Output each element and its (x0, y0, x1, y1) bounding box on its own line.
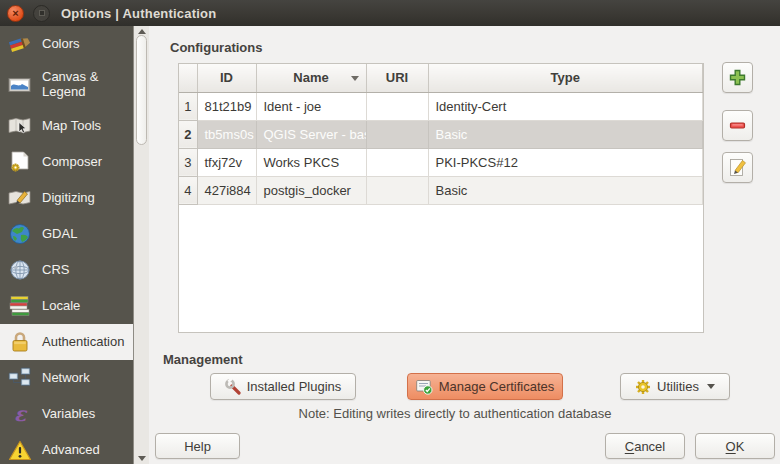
button-label: O (726, 439, 736, 454)
sidebar-item-advanced[interactable]: Advanced (0, 432, 133, 464)
sidebar-item-label: Authentication (42, 335, 124, 350)
scroll-down-icon[interactable] (138, 456, 146, 461)
note-text: Note: Editing writes directly to authent… (150, 406, 760, 421)
cell-name[interactable]: postgis_docker (256, 176, 366, 204)
window-title: Options | Authentication (61, 6, 216, 21)
row-number[interactable]: 4 (179, 176, 197, 204)
button-label: ancel (634, 439, 665, 454)
cell-name[interactable]: Ident - joe (256, 92, 366, 120)
table-row[interactable]: 4 427i884 postgis_docker Basic (179, 176, 703, 204)
sort-descending-icon (351, 76, 359, 81)
sidebar-item-digitizing[interactable]: Digitizing (0, 180, 133, 216)
button-label: Help (184, 439, 211, 454)
col-header-type[interactable]: Type (428, 64, 703, 92)
composer-icon (5, 151, 35, 173)
sidebar-item-label: Composer (42, 155, 102, 170)
cell-name[interactable]: Works PKCS (256, 148, 366, 176)
window-restore-icon (39, 10, 45, 16)
row-number[interactable]: 1 (179, 92, 197, 120)
button-label: Utilities (657, 379, 699, 394)
close-button[interactable]: × (7, 5, 24, 22)
manage-certificates-button[interactable]: Manage Certificates (407, 373, 563, 400)
button-label: Installed Plugins (247, 379, 342, 394)
ok-button[interactable]: OK (695, 433, 775, 459)
col-header-label: Name (293, 70, 328, 85)
sidebar-item-composer[interactable]: Composer (0, 144, 133, 180)
sidebar-item-label: CRS (42, 263, 69, 278)
sidebar-item-variables[interactable]: ε Variables (0, 396, 133, 432)
options-dialog: × Options | Authentication Colors (0, 0, 780, 464)
pencil-page-icon (728, 158, 748, 178)
sidebar-item-network[interactable]: Network (0, 360, 133, 396)
utilities-button[interactable]: Utilities (620, 373, 730, 400)
globe-crs-icon (5, 259, 35, 281)
globe-gdal-icon (5, 223, 35, 245)
sidebar-item-map-tools[interactable]: Map Tools (0, 108, 133, 144)
sidebar-item-locale[interactable]: Locale (0, 288, 133, 324)
network-icon (5, 367, 35, 389)
sidebar-item-label: GDAL (42, 227, 77, 242)
sidebar-item-colors[interactable]: Colors (0, 26, 133, 62)
cell-type[interactable]: Identity-Cert (428, 92, 703, 120)
cell-type[interactable]: PKI-PKCS#12 (428, 148, 703, 176)
cell-id[interactable]: 81t21b9 (197, 92, 256, 120)
titlebar: × Options | Authentication (0, 0, 780, 26)
cell-type[interactable]: Basic (428, 176, 703, 204)
cell-id[interactable]: tb5ms0s (197, 120, 256, 148)
sidebar-item-label: Locale (42, 299, 80, 314)
wrench-icon (225, 379, 241, 395)
cancel-button[interactable]: Cancel (605, 433, 685, 459)
cell-id[interactable]: 427i884 (197, 176, 256, 204)
map-tools-icon (5, 116, 35, 136)
scroll-up-icon[interactable] (138, 29, 146, 34)
col-header-uri[interactable]: URI (366, 64, 428, 92)
sidebar: Colors Canvas & Legend Map Tools (0, 26, 133, 464)
minus-icon (729, 117, 746, 134)
button-label: C (625, 439, 634, 454)
help-button[interactable]: Help (155, 433, 240, 459)
certificate-check-icon (416, 379, 433, 395)
table-row[interactable]: 1 81t21b9 Ident - joe Identity-Cert (179, 92, 703, 120)
sidebar-item-crs[interactable]: CRS (0, 252, 133, 288)
sidebar-item-canvas-legend[interactable]: Canvas & Legend (0, 62, 133, 108)
cell-id[interactable]: tfxj72v (197, 148, 256, 176)
epsilon-icon: ε (5, 404, 35, 424)
sidebar-item-label: Network (42, 371, 90, 386)
sidebar-item-label: Map Tools (42, 119, 101, 134)
scrollbar-thumb[interactable] (136, 35, 147, 145)
button-label: Manage Certificates (439, 379, 555, 394)
cell-uri[interactable] (366, 92, 428, 120)
digitizing-icon (5, 188, 35, 208)
plus-icon (729, 69, 746, 86)
sidebar-item-authentication[interactable]: Authentication (0, 324, 133, 360)
chevron-down-icon (707, 384, 715, 389)
sidebar-item-label: Advanced (42, 443, 100, 458)
installed-plugins-button[interactable]: Installed Plugins (210, 373, 356, 400)
button-label: K (736, 439, 745, 454)
col-header-name[interactable]: Name (256, 64, 366, 92)
configurations-table: ID Name URI Type 1 81t21b9 Ident - joe I… (178, 63, 704, 333)
table-header-row: ID Name URI Type (179, 64, 703, 92)
cell-uri[interactable] (366, 148, 428, 176)
sidebar-item-gdal[interactable]: GDAL (0, 216, 133, 252)
cell-uri[interactable] (366, 176, 428, 204)
col-header-id[interactable]: ID (197, 64, 256, 92)
cell-name[interactable]: QGIS Server - basic (256, 120, 366, 148)
row-number[interactable]: 2 (179, 120, 197, 148)
management-heading: Management (163, 352, 242, 367)
warning-icon (5, 440, 35, 461)
add-config-button[interactable] (722, 62, 753, 93)
sidebar-scrollbar[interactable] (133, 26, 149, 464)
corner-header[interactable] (179, 64, 197, 92)
table-row-selected[interactable]: 2 tb5ms0s QGIS Server - basic Basic (179, 120, 703, 148)
cell-uri[interactable] (366, 120, 428, 148)
sidebar-item-label: Variables (42, 407, 95, 422)
edit-config-button[interactable] (722, 152, 753, 183)
row-number[interactable]: 3 (179, 148, 197, 176)
table-row[interactable]: 3 tfxj72v Works PKCS PKI-PKCS#12 (179, 148, 703, 176)
flags-icon (5, 295, 35, 317)
sidebar-item-label: Canvas & Legend (42, 70, 133, 100)
remove-config-button[interactable] (722, 110, 753, 141)
restore-button[interactable] (33, 5, 50, 22)
cell-type[interactable]: Basic (428, 120, 703, 148)
